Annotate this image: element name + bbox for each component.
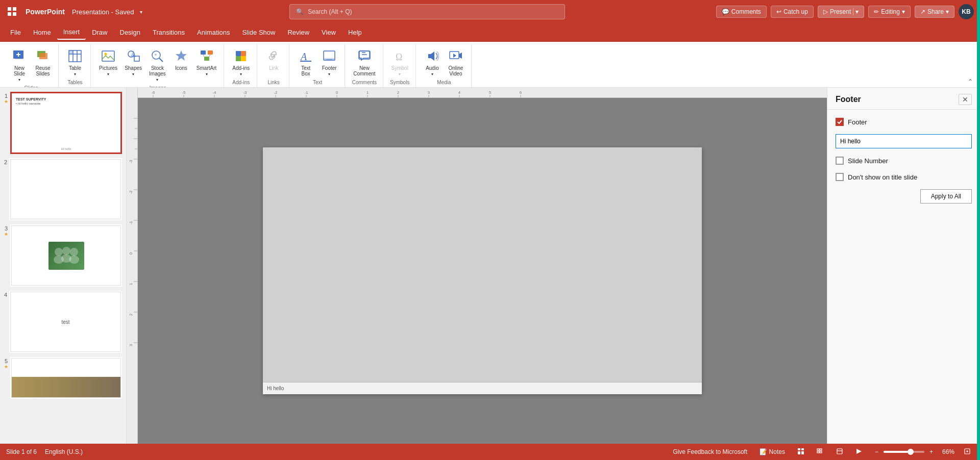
svg-text:2: 2: [397, 90, 400, 95]
menu-home[interactable]: Home: [27, 25, 57, 39]
fit-slide-button[interactable]: [961, 447, 974, 457]
footer-text-input[interactable]: [836, 134, 972, 148]
normal-view-button[interactable]: [794, 447, 807, 457]
editing-button[interactable]: ✏ Editing ▾: [868, 6, 911, 18]
pictures-dropdown[interactable]: ▾: [107, 72, 109, 76]
svg-text:0: 0: [336, 90, 338, 95]
footer-panel-close-button[interactable]: ✕: [959, 94, 972, 105]
menu-draw[interactable]: Draw: [86, 25, 113, 39]
table-button[interactable]: Table ▾: [64, 46, 86, 79]
share-button[interactable]: ↗ Share ▾: [915, 6, 954, 18]
slide-2-thumb[interactable]: [9, 158, 122, 220]
zoom-out-button[interactable]: −: [872, 447, 881, 456]
menu-help[interactable]: Help: [342, 25, 368, 39]
svg-point-51: [69, 255, 79, 264]
audio-button[interactable]: Audio ▾: [421, 46, 444, 79]
dont-show-label: Don't show on title slide: [848, 173, 917, 181]
slide-number-checkbox-row: Slide Number: [836, 157, 972, 165]
zoom-slider-track[interactable]: [884, 451, 924, 453]
footer-panel: Footer ✕ Footer Slide Number Don't show …: [827, 88, 980, 444]
slideshow-button[interactable]: [852, 447, 866, 457]
slide-sorter-button[interactable]: [814, 447, 827, 457]
table-icon: [67, 48, 83, 64]
present-button[interactable]: ▷ Present ▾: [818, 6, 864, 18]
textbox-button[interactable]: A TextBox: [295, 46, 317, 79]
shapes-dropdown[interactable]: ▾: [132, 72, 134, 76]
feedback-button[interactable]: Give Feedback to Microsoft: [670, 447, 750, 456]
present-dropdown[interactable]: ▾: [853, 8, 859, 15]
slide-5-container: 5 ★: [4, 357, 122, 399]
zoom-in-button[interactable]: +: [926, 447, 936, 456]
menu-slideshow[interactable]: Slide Show: [236, 25, 281, 39]
svg-marker-23: [176, 50, 187, 61]
addins-button[interactable]: Add-ins ▾: [229, 46, 253, 79]
ribbon-group-links: Link Links: [258, 44, 289, 87]
canvas-content: -6 -5 -4 -3 -2 -1 0 1 2 3 4 5 6: [138, 88, 827, 444]
footer-checkbox[interactable]: [836, 118, 844, 126]
link-button[interactable]: Link: [262, 46, 285, 73]
apps-grid-icon[interactable]: [6, 6, 18, 18]
footer-dropdown[interactable]: ▾: [328, 72, 330, 76]
slide-footer-display: Hi hello: [263, 382, 702, 394]
menu-insert[interactable]: Insert: [57, 25, 86, 40]
svg-rect-99: [801, 448, 804, 450]
new-comment-button[interactable]: NewComment: [350, 46, 378, 79]
slide-number-checkbox[interactable]: [836, 157, 844, 165]
icons-button[interactable]: Icons: [170, 46, 192, 73]
search-box[interactable]: 🔍 Search (Alt + Q): [289, 4, 565, 19]
status-right: Give Feedback to Microsoft 📝 Notes − + 6…: [670, 447, 974, 457]
stock-images-button[interactable]: StockImages ▾: [146, 46, 169, 84]
ribbon-collapse-button[interactable]: ⌃: [965, 76, 976, 87]
share-icon: ↗: [920, 8, 925, 15]
menu-file[interactable]: File: [4, 25, 27, 39]
apply-to-all-button[interactable]: Apply to All: [920, 189, 972, 203]
slide-5-number: 5: [5, 358, 8, 364]
shapes-button[interactable]: Shapes ▾: [121, 46, 145, 79]
comments-button[interactable]: 💬 Comments: [716, 6, 767, 18]
online-video-button[interactable]: OnlineVideo: [445, 46, 467, 79]
reading-view-button[interactable]: [833, 447, 846, 457]
pictures-button[interactable]: Pictures ▾: [96, 46, 120, 79]
symbol-button[interactable]: Ω Symbol ▾: [388, 46, 411, 79]
notes-button[interactable]: 📝 Notes: [756, 447, 788, 456]
new-slide-button[interactable]: NewSlide ▾: [8, 46, 31, 84]
catchup-button[interactable]: ↩ Catch up: [771, 6, 814, 18]
svg-rect-106: [837, 449, 842, 454]
svg-text:5: 5: [489, 90, 492, 95]
main-area: 1 ★ TEST SUPERVITY • Hi hello namaste Hi…: [0, 88, 980, 444]
svg-text:1: 1: [366, 90, 369, 95]
new-slide-dropdown[interactable]: ▾: [18, 78, 20, 82]
smartart-button[interactable]: SmartArt ▾: [193, 46, 219, 79]
footer-button[interactable]: Footer ▾: [318, 46, 340, 79]
menu-bar: File Home Insert Draw Design Transitions…: [0, 23, 980, 42]
reuse-slides-button[interactable]: ReuseSlides: [32, 46, 54, 79]
doc-dropdown-arrow[interactable]: ▾: [140, 9, 142, 15]
menu-design[interactable]: Design: [114, 25, 146, 39]
slide-2-number: 2: [4, 159, 7, 165]
svg-rect-0: [8, 7, 11, 11]
svg-rect-100: [798, 451, 800, 454]
addins-dropdown[interactable]: ▾: [240, 72, 242, 76]
svg-line-27: [203, 55, 204, 57]
svg-point-46: [55, 248, 63, 256]
slide-1-thumb[interactable]: TEST SUPERVITY • Hi hello namaste Hi hel…: [10, 92, 122, 154]
menu-animations[interactable]: Animations: [191, 25, 236, 39]
slide-5-thumb[interactable]: [10, 357, 122, 399]
svg-rect-103: [820, 449, 822, 450]
stock-images-dropdown[interactable]: ▾: [156, 78, 158, 82]
svg-text:-3: -3: [129, 160, 133, 164]
menu-review[interactable]: Review: [281, 25, 315, 39]
smartart-dropdown[interactable]: ▾: [206, 72, 208, 76]
menu-view[interactable]: View: [315, 25, 342, 39]
slide-4-thumb[interactable]: test: [9, 291, 122, 353]
app-name: PowerPoint: [26, 8, 65, 16]
svg-text:Ω: Ω: [396, 52, 402, 62]
table-dropdown[interactable]: ▾: [74, 72, 76, 76]
audio-dropdown[interactable]: ▾: [431, 72, 433, 76]
dont-show-checkbox[interactable]: [836, 173, 844, 181]
user-avatar[interactable]: KB: [959, 4, 974, 19]
slide-3-thumb[interactable]: [10, 224, 122, 287]
menu-transitions[interactable]: Transitions: [146, 25, 191, 39]
reuse-slides-icon: [35, 48, 51, 64]
slide-canvas[interactable]: Hi hello: [263, 147, 702, 394]
